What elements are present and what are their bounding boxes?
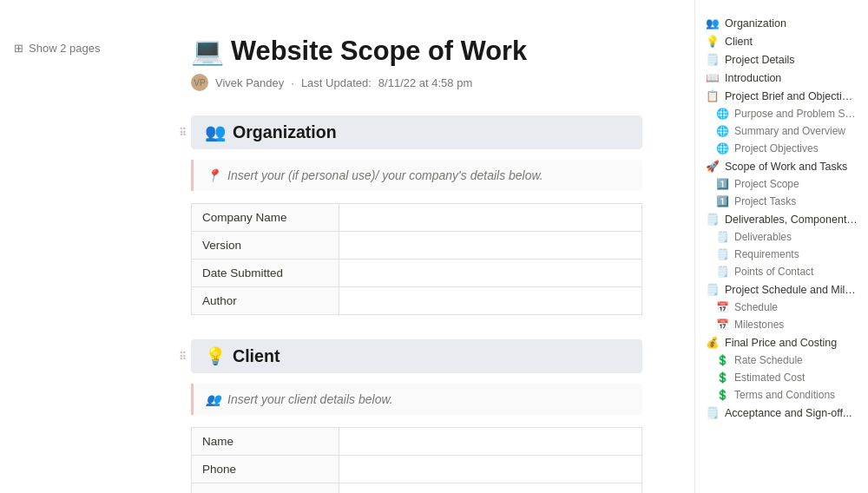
sidebar-item-9[interactable]: 1️⃣Project Scope xyxy=(695,175,868,193)
sidebar-item-icon: 💡 xyxy=(706,35,720,48)
sidebar-item-label: Project Scope xyxy=(734,178,799,190)
sidebar-item-icon: 📅 xyxy=(716,301,729,313)
table-cell-value[interactable] xyxy=(339,483,642,494)
sidebar-item-6[interactable]: 🌐Summary and Overview xyxy=(695,122,868,140)
page-title: 💻 Website Scope of Work xyxy=(191,35,642,67)
table-row: Company Name xyxy=(192,204,642,232)
sidebar-item-icon: 🌐 xyxy=(716,108,729,120)
sidebar-item-label: Project Details xyxy=(725,54,795,66)
table-cell-value[interactable] xyxy=(339,204,642,232)
sidebar-item-label: Project Schedule and Milestones xyxy=(725,284,858,296)
sidebar-item-icon: 🗒️ xyxy=(716,248,729,260)
sidebar-item-21[interactable]: 💲Terms and Conditions xyxy=(695,386,868,404)
section-client: ⠿💡Client👥Insert your client details belo… xyxy=(191,339,642,493)
table-cell-value[interactable] xyxy=(339,260,642,287)
sidebar-item-icon: 🗒️ xyxy=(716,266,729,278)
sidebar-item-icon: 🗒️ xyxy=(706,213,720,226)
organization-table: Company NameVersionDate SubmittedAuthor xyxy=(191,203,642,315)
sidebar-item-2[interactable]: 🗒️Project Details xyxy=(695,50,868,69)
sidebar-item-18[interactable]: 💰Final Price and Costing xyxy=(695,333,868,352)
left-panel: ⊞ Show 2 pages xyxy=(0,0,174,493)
table-cell-value[interactable] xyxy=(339,456,642,483)
sidebar-item-label: Requirements xyxy=(734,248,799,260)
sidebar-item-label: Acceptance and Sign-off... xyxy=(725,407,852,419)
sidebar-item-label: Deliverables, Components, & R... xyxy=(725,214,858,226)
sidebar-item-20[interactable]: 💲Estimated Cost xyxy=(695,369,868,386)
sidebar-item-icon: 📅 xyxy=(716,319,729,331)
organization-section-icon: 👥 xyxy=(205,122,226,142)
table-cell-label: Name xyxy=(192,428,339,456)
table-cell-value[interactable] xyxy=(339,232,642,260)
table-row: Author xyxy=(192,287,642,315)
sidebar-item-icon: 💰 xyxy=(706,336,720,349)
table-row: Name xyxy=(192,428,642,456)
sidebar-item-label: Client xyxy=(725,36,753,48)
sidebar-item-label: Purpose and Problem Statem... xyxy=(734,108,858,120)
sidebar-item-14[interactable]: 🗒️Points of Contact xyxy=(695,263,868,280)
table-row: Phone xyxy=(192,456,642,483)
table-cell-label: Version xyxy=(192,232,339,260)
sidebar-item-0[interactable]: 👥Organization xyxy=(695,14,868,32)
show-pages-button[interactable]: ⊞ Show 2 pages xyxy=(14,42,100,55)
sidebar-item-icon: 🗒️ xyxy=(706,406,720,419)
sidebar-item-icon: 👥 xyxy=(706,16,720,30)
sidebar-item-12[interactable]: 🗒️Deliverables xyxy=(695,228,868,246)
sidebar-item-7[interactable]: 🌐Project Objectives xyxy=(695,140,868,157)
sidebar-item-1[interactable]: 💡Client xyxy=(695,32,868,50)
table-cell-label: Date Submitted xyxy=(192,260,339,287)
callout-icon: 📍 xyxy=(206,168,220,182)
table-cell-value[interactable] xyxy=(339,428,642,456)
show-pages-label: Show 2 pages xyxy=(29,42,100,55)
sidebar-item-label: Schedule xyxy=(734,301,778,313)
sidebar-item-icon: 💲 xyxy=(716,371,729,384)
table-cell-value[interactable] xyxy=(339,287,642,315)
sidebar-item-5[interactable]: 🌐Purpose and Problem Statem... xyxy=(695,105,868,122)
sidebar-item-label: Estimated Cost xyxy=(734,371,805,384)
pages-icon: ⊞ xyxy=(14,42,23,55)
sidebar-item-label: Deliverables xyxy=(734,231,792,243)
sidebar-item-label: Project Objectives xyxy=(734,142,819,154)
client-section-icon: 💡 xyxy=(205,346,226,366)
sidebar-item-15[interactable]: 🗒️Project Schedule and Milestones xyxy=(695,280,868,299)
sidebar-item-label: Organization xyxy=(725,17,786,30)
sidebar-item-icon: 🚀 xyxy=(706,160,720,173)
main-content: 💻 Website Scope of Work VP Vivek Pandey … xyxy=(174,0,694,493)
last-updated-label: Last Updated: xyxy=(301,76,372,89)
sidebar-item-icon: 💲 xyxy=(716,354,729,366)
sidebar-item-label: Terms and Conditions xyxy=(734,389,835,401)
table-cell-label: Email xyxy=(192,483,339,494)
sidebar-items-container: 👥Organization💡Client🗒️Project Details📖In… xyxy=(695,14,868,422)
sidebar-item-16[interactable]: 📅Schedule xyxy=(695,299,868,316)
drag-handle-icon[interactable]: ⠿ xyxy=(179,127,187,139)
page-icon: 💻 xyxy=(191,35,224,67)
organization-section-title: Organization xyxy=(233,122,337,142)
section-header-organization: ⠿👥Organization xyxy=(191,115,642,149)
sidebar-item-19[interactable]: 💲Rate Schedule xyxy=(695,352,868,369)
separator: · xyxy=(291,76,294,89)
section-organization: ⠿👥Organization📍Insert your (if personal … xyxy=(191,115,642,315)
sidebar-item-label: Introduction xyxy=(725,72,781,84)
table-row: Email xyxy=(192,483,642,494)
sidebar-item-10[interactable]: 1️⃣Project Tasks xyxy=(695,193,868,210)
sidebar-item-13[interactable]: 🗒️Requirements xyxy=(695,246,868,263)
sidebar-item-icon: 🗒️ xyxy=(716,231,729,243)
table-row: Date Submitted xyxy=(192,260,642,287)
sidebar-item-11[interactable]: 🗒️Deliverables, Components, & R... xyxy=(695,210,868,228)
table-cell-label: Phone xyxy=(192,456,339,483)
table-cell-label: Company Name xyxy=(192,204,339,232)
last-updated-value: 8/11/22 at 4:58 pm xyxy=(378,76,472,89)
sidebar-item-17[interactable]: 📅Milestones xyxy=(695,316,868,333)
sidebar-item-8[interactable]: 🚀Scope of Work and Tasks xyxy=(695,157,868,175)
page-meta: VP Vivek Pandey · Last Updated: 8/11/22 … xyxy=(191,74,642,91)
callout-text: Insert your client details below. xyxy=(227,392,393,406)
sidebar-item-3[interactable]: 📖Introduction xyxy=(695,69,868,87)
sidebar-item-4[interactable]: 📋Project Brief and Objectives xyxy=(695,87,868,105)
sidebar-item-22[interactable]: 🗒️Acceptance and Sign-off... xyxy=(695,404,868,422)
sidebar-item-icon: 🌐 xyxy=(716,142,729,154)
sidebar-item-label: Rate Schedule xyxy=(734,354,803,366)
client-callout: 👥Insert your client details below. xyxy=(191,384,642,415)
drag-handle-icon[interactable]: ⠿ xyxy=(179,351,187,363)
sidebar-item-icon: 🌐 xyxy=(716,125,729,137)
section-header-client: ⠿💡Client xyxy=(191,339,642,373)
sidebar-item-label: Milestones xyxy=(734,319,784,331)
